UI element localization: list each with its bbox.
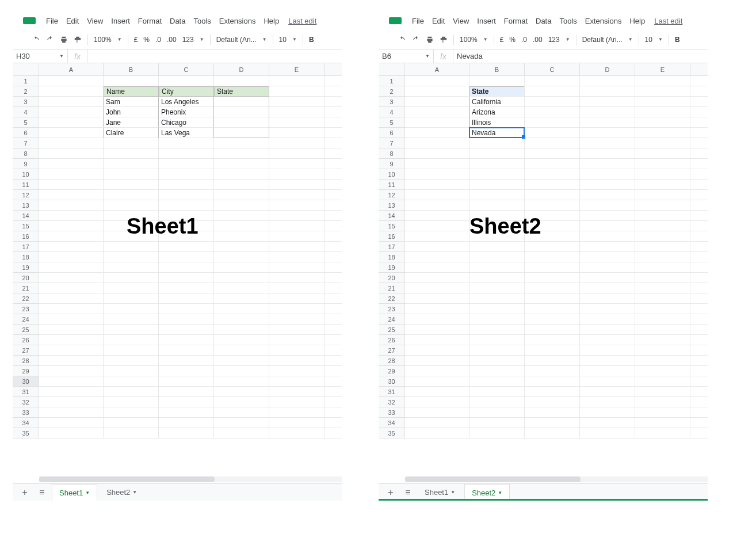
grid-cell[interactable] [214,407,269,418]
grid-cell[interactable] [580,418,635,428]
grid-cell[interactable] [405,117,469,128]
grid-cell[interactable] [214,180,269,190]
grid-cell[interactable] [39,252,104,262]
menu-view[interactable]: View [450,16,471,26]
grid-cell[interactable] [690,314,708,325]
chevron-down-icon[interactable]: ▼ [425,54,430,59]
grid-cell[interactable] [324,356,342,366]
grid-cell[interactable] [469,273,525,283]
grid-cell[interactable] [690,304,708,314]
grid-cell[interactable] [405,418,469,428]
grid-cell[interactable] [469,407,525,418]
grid-cell[interactable] [324,97,342,107]
last-edit-link[interactable]: Last edit [288,17,316,25]
grid-cell[interactable] [405,128,469,138]
grid-cell[interactable] [405,97,469,107]
grid-cell[interactable] [580,97,635,107]
grid-cell[interactable] [580,190,635,200]
grid-cell[interactable] [635,200,690,211]
table-header-cell[interactable]: City [159,86,214,97]
undo-icon[interactable] [397,35,407,45]
grid-cell[interactable] [269,242,324,252]
grid-cell[interactable] [214,356,269,366]
grid-cell[interactable] [405,262,469,273]
grid-cell[interactable] [159,418,214,428]
grid-cell[interactable] [324,242,342,252]
grid-cell[interactable] [405,159,469,169]
grid-cell[interactable] [159,387,214,397]
grid-cell[interactable] [690,407,708,418]
col-head-[interactable] [324,63,342,76]
grid-cell[interactable] [269,231,324,242]
grid-cell[interactable] [405,314,469,325]
grid-cell[interactable] [525,117,580,128]
grid-cell[interactable] [469,304,525,314]
grid-cell[interactable] [690,242,708,252]
grid-cell[interactable] [525,221,580,231]
grid-cell[interactable] [159,273,214,283]
grid-cell[interactable] [269,304,324,314]
add-sheet-icon[interactable]: + [17,487,32,498]
grid-cell[interactable] [525,262,580,273]
grid-cell[interactable] [214,211,269,221]
grid-cell[interactable] [405,376,469,387]
grid-cell[interactable] [525,397,580,407]
row-head[interactable]: 6 [13,128,39,138]
grid-cell[interactable] [214,231,269,242]
row-head[interactable]: 34 [379,418,405,428]
grid-cell[interactable] [635,97,690,107]
grid-cell[interactable] [214,335,269,345]
grid-cell[interactable] [269,117,324,128]
data-cell[interactable]: Nevada [469,128,525,138]
grid-cell[interactable] [580,304,635,314]
grid-cell[interactable] [635,169,690,180]
grid-cell[interactable] [405,76,469,86]
grid-cell[interactable] [269,200,324,211]
grid-cell[interactable] [159,283,214,293]
row-head[interactable]: 3 [379,97,405,107]
menu-data[interactable]: Data [167,16,188,26]
grid-cell[interactable] [635,107,690,117]
row-head[interactable]: 26 [13,335,39,345]
grid-cell[interactable] [580,273,635,283]
grid-cell[interactable] [269,428,324,438]
grid-cell[interactable] [469,397,525,407]
grid-cell[interactable] [104,345,159,356]
row-head[interactable]: 27 [379,345,405,356]
grid-cell[interactable] [690,366,708,376]
grid-cell[interactable] [214,190,269,200]
grid-cell[interactable] [525,387,580,397]
data-cell[interactable]: Los Angeles [159,97,214,107]
grid-cell[interactable] [324,418,342,428]
row-head[interactable]: 31 [13,387,39,397]
col-head-E[interactable]: E [269,63,324,76]
chevron-down-icon[interactable]: ▼ [482,37,489,42]
grid-cell[interactable] [580,169,635,180]
grid-cell[interactable] [690,138,708,148]
grid-cell[interactable] [324,86,342,97]
row-head[interactable]: 24 [13,314,39,325]
grid-cell[interactable] [525,252,580,262]
grid-cell[interactable] [324,325,342,335]
grid-cell[interactable] [39,397,104,407]
grid-cell[interactable] [469,148,525,159]
menu-file[interactable]: File [44,16,60,26]
grid-cell[interactable] [39,293,104,304]
row-head[interactable]: 11 [13,180,39,190]
grid-cell[interactable] [269,138,324,148]
grid-cell[interactable] [525,211,580,221]
percent-button[interactable]: % [508,36,517,44]
grid-cell[interactable] [39,356,104,366]
grid-cell[interactable] [690,190,708,200]
grid-cell[interactable] [635,190,690,200]
grid-cell[interactable] [469,242,525,252]
grid-cell[interactable] [39,138,104,148]
scroll-thumb[interactable] [405,476,581,482]
data-cell[interactable]: John [104,107,159,117]
grid-cell[interactable] [214,366,269,376]
grid-cell[interactable] [690,169,708,180]
row-head[interactable]: 32 [13,397,39,407]
grid-cell[interactable] [39,190,104,200]
col-head-D[interactable]: D [214,63,269,76]
grid-cell[interactable] [690,345,708,356]
